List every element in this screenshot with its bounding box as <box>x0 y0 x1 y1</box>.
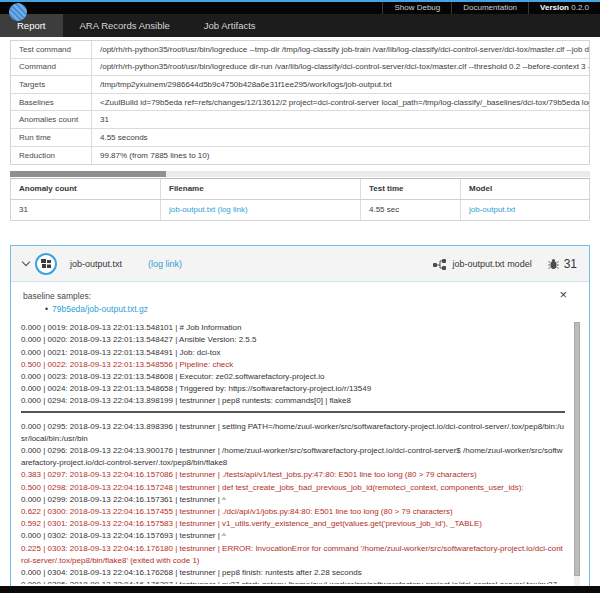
model-file-icon <box>35 253 57 275</box>
log-line: 0.000 | 0299: 2018-09-13 22:04:16.157361… <box>21 494 565 506</box>
table-header-row: Anomaly count Filename Test time Model <box>11 179 589 200</box>
model-link[interactable]: job-output.txt <box>469 205 515 214</box>
bullet-icon: • <box>45 304 48 314</box>
log-line: 0.000 | 0019: 2018-09-13 22:01:13.548101… <box>21 322 565 334</box>
job-output-panel-header[interactable]: job-output.txt (log link) job-output.txt… <box>11 246 589 282</box>
baseline-sample-link[interactable]: 79b5eda/job-output.txt.gz <box>52 304 148 314</box>
row-value: 99.87% (from 7885 lines to 10) <box>92 151 589 160</box>
chevron-down-icon[interactable] <box>22 258 30 266</box>
row-label: Command <box>11 59 92 76</box>
baseline-samples-block: baseline samples: •79b5eda/job-output.tx… <box>11 282 589 316</box>
tab-job-artifacts[interactable]: Job Artifacts <box>187 14 273 37</box>
log-line: 0.225 | 0303: 2018-09-13 22:04:16.176180… <box>21 543 565 567</box>
log-line: 0.000 | 0021: 2018-09-13 22:01:13.548491… <box>21 347 565 359</box>
horizontal-scrollbar[interactable] <box>10 171 590 177</box>
horizontal-scrollbar-thumb[interactable] <box>10 171 166 177</box>
panel-anomaly-count: 31 <box>564 257 577 271</box>
header-anomaly-count: Anomaly count <box>11 179 161 199</box>
log-line: 0.000 | 0305: 2018-09-13 22:04:16.176397… <box>21 579 565 584</box>
report-content: Test command /opt/rh/rh-python35/root/us… <box>0 40 600 590</box>
bottom-edge-strip <box>0 586 600 593</box>
row-label: Run time <box>11 129 92 146</box>
log-line: 0.000 | 0296: 2018-09-13 22:04:13.900176… <box>21 445 565 469</box>
run-summary-table: Test command /opt/rh/rh-python35/root/us… <box>10 40 590 165</box>
baseline-samples-label: baseline samples: <box>23 291 577 301</box>
tab-report[interactable]: Report <box>0 14 63 37</box>
version-label: Version 0.2.0 <box>528 2 600 14</box>
table-row: Test command /opt/rh/rh-python35/root/us… <box>11 41 589 59</box>
row-label: Targets <box>11 76 92 93</box>
table-row: Targets /tmp/tmp2yxuinem/2986644d5b9c475… <box>11 76 589 94</box>
version-value: 0.2.0 <box>571 3 589 12</box>
log-line: 0.383 | 0297: 2018-09-13 22:04:16.157086… <box>21 469 565 481</box>
vertical-scrollbar[interactable] <box>574 322 580 586</box>
table-row: Anomalies count 31 <box>11 111 589 129</box>
documentation-link[interactable]: Documentation <box>451 2 528 14</box>
table-row: Command /opt/rh/rh-python35/root/usr/bin… <box>11 59 589 77</box>
log-line: 0.622 | 0300: 2018-09-13 22:04:16.157455… <box>21 506 565 518</box>
job-output-panel: job-output.txt (log link) job-output.txt… <box>10 245 590 590</box>
row-value: <ZuulBuild id=79b5eda ref=refs/changes/1… <box>92 98 589 107</box>
top-bar: Show Debug Documentation Version 0.2.0 <box>0 2 600 14</box>
close-icon[interactable]: × <box>559 288 567 301</box>
header-model: Model <box>461 179 589 199</box>
panel-file-title: job-output.txt <box>70 259 122 269</box>
table-row: Baselines <ZuulBuild id=79b5eda ref=refs… <box>11 94 589 112</box>
boxes-glyph <box>40 258 52 270</box>
log-lines: 0.000 | 0019: 2018-09-13 22:01:13.548101… <box>11 316 589 584</box>
log-line: 0.000 | 0304: 2018-09-13 22:04:16.176268… <box>21 567 565 579</box>
show-debug-button[interactable]: Show Debug <box>382 2 451 14</box>
bug-icon <box>548 258 559 270</box>
row-label: Reduction <box>11 147 92 165</box>
anomaly-files-table: Anomaly count Filename Test time Model 3… <box>10 178 590 221</box>
version-word: Version <box>540 3 569 12</box>
header-test-time: Test time <box>361 179 461 199</box>
log-line: 0.500 | 0298: 2018-09-13 22:04:16.157248… <box>21 482 565 494</box>
filename-link[interactable]: job-output.txt (log link) <box>169 205 248 214</box>
anomaly-count-value: 31 <box>11 200 161 220</box>
baseline-sample-item: •79b5eda/job-output.txt.gz <box>45 304 577 314</box>
row-value: /tmp/tmp2yxuinem/2986644d5b9c4750b428a6e… <box>92 80 589 89</box>
log-line: 0.500 | 0022: 2018-09-13 22:01:13.548556… <box>21 359 565 371</box>
log-line: 0.000 | 0020: 2018-09-13 22:01:13.548427… <box>21 334 565 346</box>
log-line: 0.000 | 0294: 2018-09-13 22:04:13.898199… <box>21 395 565 407</box>
table-row: Run time 4.55 seconds <box>11 129 589 147</box>
panel-header-right: job-output.txt model 31 <box>433 257 577 271</box>
log-line: 0.000 | 0023: 2018-09-13 22:01:13.548608… <box>21 371 565 383</box>
vertical-scrollbar-thumb[interactable] <box>574 322 580 575</box>
row-label: Anomalies count <box>11 111 92 128</box>
log-line: 0.000 | 0295: 2018-09-13 22:04:13.898396… <box>21 421 565 445</box>
row-label: Baselines <box>11 94 92 111</box>
test-time-value: 4.55 sec <box>361 200 461 220</box>
row-value: /opt/rh/rh-python35/root/usr/bin/logredu… <box>92 62 589 71</box>
anomaly-counter: 31 <box>548 257 577 271</box>
panel-model-link[interactable]: job-output.txt <box>453 259 505 269</box>
panel-log-link[interactable]: (log link) <box>148 259 182 269</box>
header-filename: Filename <box>161 179 361 199</box>
tab-ara-records-ansible[interactable]: ARA Records Ansible <box>63 14 187 37</box>
row-value: 31 <box>92 115 589 124</box>
log-chunk-separator <box>21 411 565 413</box>
sitemap-icon <box>433 258 447 270</box>
row-label: Test command <box>11 41 92 58</box>
log-line: 0.000 | 0302: 2018-09-13 22:04:16.157693… <box>21 530 565 542</box>
table-row: 31 job-output.txt (log link) 4.55 sec jo… <box>11 200 589 220</box>
model-word: model <box>507 259 532 269</box>
logreduce-logo-icon <box>9 3 27 21</box>
row-value: 4.55 seconds <box>92 133 589 142</box>
log-line: 0.592 | 0301: 2018-09-13 22:04:16.157583… <box>21 518 565 530</box>
table-row: Reduction 99.87% (from 7885 lines to 10) <box>11 147 589 165</box>
tab-bar: Report ARA Records Ansible Job Artifacts <box>0 14 600 37</box>
log-line: 0.000 | 0024: 2018-09-13 22:01:13.548658… <box>21 383 565 395</box>
row-value: /opt/rh/rh-python35/root/usr/bin/logredu… <box>92 45 589 54</box>
